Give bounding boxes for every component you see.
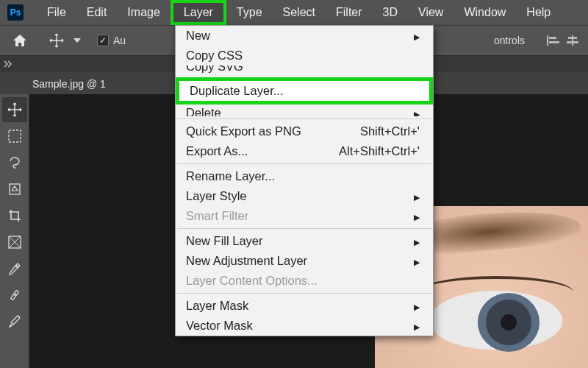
svg-rect-2 [549, 41, 559, 43]
menu-item-layer-style[interactable]: Layer Style [176, 186, 433, 206]
lasso-tool[interactable] [2, 150, 27, 175]
menu-view[interactable]: View [408, 3, 453, 22]
menu-separator [177, 118, 431, 119]
menu-item-layer-content-options: Layer Content Options... [176, 271, 433, 291]
menu-3d[interactable]: 3D [373, 3, 408, 22]
crop-tool[interactable] [2, 203, 27, 228]
menu-item-delete[interactable]: Delete [176, 103, 433, 116]
menu-item-rename-layer[interactable]: Rename Layer... [176, 166, 433, 186]
menu-item-export-as[interactable]: Export As...Alt+Shift+Ctrl+' [176, 141, 433, 161]
menu-window[interactable]: Window [453, 3, 516, 22]
move-tool[interactable] [2, 97, 27, 122]
submenu-caret-icon [414, 29, 420, 43]
menu-layer[interactable]: Layer [171, 0, 226, 25]
align-icons-group [547, 35, 579, 46]
brush-tool[interactable] [2, 309, 27, 334]
submenu-caret-icon [414, 234, 420, 248]
move-tool-icon[interactable] [44, 29, 69, 52]
menu-item-duplicate-layer[interactable]: Duplicate Layer... [179, 81, 429, 101]
menu-separator [177, 293, 431, 294]
menu-item-new-fill-layer[interactable]: New Fill Layer [176, 231, 433, 251]
home-button[interactable] [7, 29, 32, 52]
menu-item-copy-css[interactable]: Copy CSS [176, 46, 433, 66]
menu-select[interactable]: Select [273, 3, 326, 22]
healing-brush-tool[interactable] [2, 283, 27, 308]
svg-rect-0 [547, 35, 548, 46]
menu-help[interactable]: Help [516, 3, 561, 22]
frame-tool[interactable] [2, 230, 27, 255]
eyedropper-tool[interactable] [2, 256, 27, 281]
highlight-duplicate-layer: Duplicate Layer... [176, 77, 433, 105]
submenu-caret-icon [414, 106, 420, 116]
layer-menu-dropdown: New Copy CSS Copy SVG Duplicate Layer...… [175, 25, 434, 336]
menu-edit[interactable]: Edit [76, 3, 118, 22]
menu-item-layer-mask[interactable]: Layer Mask [176, 296, 433, 316]
submenu-caret-icon [414, 209, 420, 223]
menu-filter[interactable]: Filter [326, 3, 373, 22]
menu-item-copy-svg[interactable]: Copy SVG [176, 66, 433, 77]
shortcut-label: Alt+Shift+Ctrl+' [339, 144, 420, 158]
transform-controls-label: ontrols [494, 35, 525, 46]
menu-item-vector-mask[interactable]: Vector Mask [176, 316, 433, 336]
svg-rect-4 [568, 37, 577, 39]
menu-type[interactable]: Type [226, 3, 273, 22]
svg-rect-6 [9, 130, 21, 142]
menu-separator [177, 163, 431, 164]
document-tab[interactable]: Sample.jpg @ 1 [22, 74, 116, 94]
menubar: Ps File Edit Image Layer Type Select Fil… [0, 0, 588, 25]
align-center-icon[interactable] [566, 35, 579, 46]
svg-rect-1 [549, 37, 556, 39]
submenu-caret-icon [414, 299, 420, 313]
wand-tool[interactable] [2, 177, 27, 202]
menu-file[interactable]: File [37, 3, 76, 22]
auto-select-label: Au [113, 35, 126, 46]
submenu-caret-icon [414, 254, 420, 268]
marquee-tool[interactable] [2, 124, 27, 149]
menu-image[interactable]: Image [117, 3, 170, 22]
auto-select-checkbox[interactable] [97, 35, 109, 46]
submenu-caret-icon [414, 319, 420, 333]
menu-item-quick-export-png[interactable]: Quick Export as PNGShift+Ctrl+' [176, 121, 433, 141]
tool-palette [0, 94, 29, 368]
tool-preset-caret-icon[interactable] [74, 38, 82, 43]
menu-item-new[interactable]: New [176, 26, 433, 46]
align-left-icon[interactable] [547, 35, 560, 46]
app-logo: Ps [7, 4, 24, 21]
menu-separator [177, 228, 431, 229]
svg-rect-5 [567, 41, 578, 43]
shortcut-label: Shift+Ctrl+' [360, 124, 420, 138]
menu-item-smart-filter: Smart Filter [176, 206, 433, 226]
submenu-caret-icon [414, 189, 420, 203]
menu-item-new-adjustment-layer[interactable]: New Adjustment Layer [176, 251, 433, 271]
